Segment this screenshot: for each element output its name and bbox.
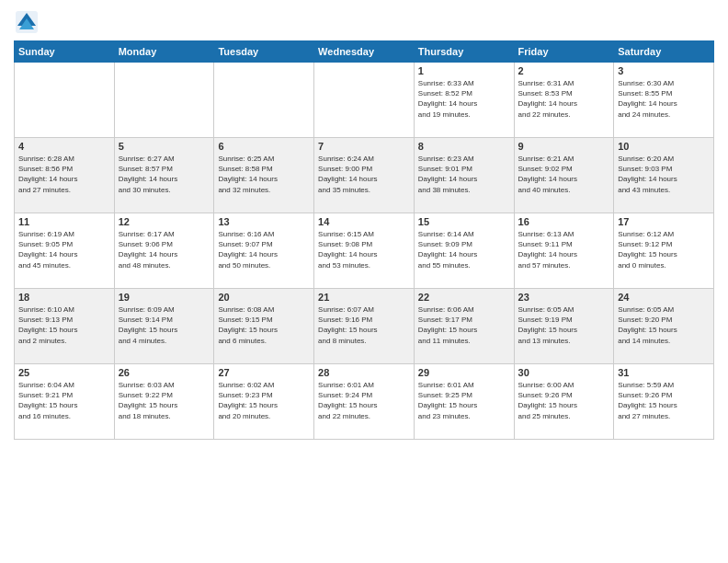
day-number: 2 bbox=[518, 65, 610, 76]
day-number: 29 bbox=[418, 367, 510, 378]
day-number: 4 bbox=[18, 141, 110, 152]
calendar-cell bbox=[214, 63, 314, 138]
day-info: Sunrise: 6:15 AM Sunset: 9:08 PM Dayligh… bbox=[318, 229, 410, 270]
calendar-cell: 19Sunrise: 6:09 AM Sunset: 9:14 PM Dayli… bbox=[114, 289, 214, 364]
day-number: 7 bbox=[318, 141, 410, 152]
day-info: Sunrise: 6:33 AM Sunset: 8:52 PM Dayligh… bbox=[418, 78, 510, 120]
page: SundayMondayTuesdayWednesdayThursdayFrid… bbox=[0, 0, 728, 563]
day-info: Sunrise: 5:59 AM Sunset: 9:26 PM Dayligh… bbox=[618, 380, 710, 421]
day-number: 3 bbox=[618, 65, 710, 76]
calendar-cell: 1Sunrise: 6:33 AM Sunset: 8:52 PM Daylig… bbox=[414, 63, 514, 138]
day-info: Sunrise: 6:27 AM Sunset: 8:57 PM Dayligh… bbox=[119, 154, 210, 195]
calendar-cell: 6Sunrise: 6:25 AM Sunset: 8:58 PM Daylig… bbox=[214, 138, 314, 213]
day-number: 15 bbox=[418, 216, 510, 227]
day-number: 12 bbox=[119, 216, 210, 227]
logo-icon bbox=[14, 9, 40, 35]
day-info: Sunrise: 6:31 AM Sunset: 8:53 PM Dayligh… bbox=[518, 78, 610, 120]
day-info: Sunrise: 6:05 AM Sunset: 9:19 PM Dayligh… bbox=[518, 304, 610, 346]
day-info: Sunrise: 6:07 AM Sunset: 9:16 PM Dayligh… bbox=[318, 304, 410, 346]
day-number: 11 bbox=[18, 216, 110, 227]
day-info: Sunrise: 6:12 AM Sunset: 9:12 PM Dayligh… bbox=[618, 229, 710, 270]
calendar-week-row: 1Sunrise: 6:33 AM Sunset: 8:52 PM Daylig… bbox=[15, 63, 714, 138]
day-info: Sunrise: 6:17 AM Sunset: 9:06 PM Dayligh… bbox=[119, 229, 210, 270]
day-number: 26 bbox=[119, 367, 210, 378]
day-info: Sunrise: 6:13 AM Sunset: 9:11 PM Dayligh… bbox=[518, 229, 610, 270]
calendar-cell: 10Sunrise: 6:20 AM Sunset: 9:03 PM Dayli… bbox=[614, 138, 714, 213]
calendar-cell: 2Sunrise: 6:31 AM Sunset: 8:53 PM Daylig… bbox=[514, 63, 614, 138]
day-number: 16 bbox=[518, 216, 610, 227]
day-number: 1 bbox=[418, 65, 510, 76]
calendar-cell bbox=[15, 63, 115, 138]
calendar-cell: 20Sunrise: 6:08 AM Sunset: 9:15 PM Dayli… bbox=[214, 289, 314, 364]
day-number: 14 bbox=[318, 216, 410, 227]
calendar-cell bbox=[314, 63, 415, 138]
calendar-cell: 15Sunrise: 6:14 AM Sunset: 9:09 PM Dayli… bbox=[414, 213, 514, 289]
calendar-cell: 5Sunrise: 6:27 AM Sunset: 8:57 PM Daylig… bbox=[114, 138, 214, 213]
weekday-header: Monday bbox=[114, 41, 214, 63]
day-number: 13 bbox=[218, 216, 310, 227]
day-number: 31 bbox=[618, 367, 710, 378]
day-number: 22 bbox=[418, 292, 510, 303]
calendar-cell: 24Sunrise: 6:05 AM Sunset: 9:20 PM Dayli… bbox=[614, 289, 714, 364]
day-info: Sunrise: 6:09 AM Sunset: 9:14 PM Dayligh… bbox=[119, 304, 210, 346]
day-number: 18 bbox=[18, 292, 110, 303]
day-info: Sunrise: 6:19 AM Sunset: 9:05 PM Dayligh… bbox=[18, 229, 110, 270]
calendar-cell: 27Sunrise: 6:02 AM Sunset: 9:23 PM Dayli… bbox=[214, 364, 314, 440]
day-number: 9 bbox=[518, 141, 610, 152]
day-number: 24 bbox=[618, 292, 710, 303]
day-info: Sunrise: 6:21 AM Sunset: 9:02 PM Dayligh… bbox=[518, 154, 610, 195]
calendar-cell: 22Sunrise: 6:06 AM Sunset: 9:17 PM Dayli… bbox=[414, 289, 514, 364]
header bbox=[14, 9, 714, 35]
calendar-table: SundayMondayTuesdayWednesdayThursdayFrid… bbox=[14, 40, 714, 440]
weekday-header: Thursday bbox=[414, 41, 514, 63]
day-number: 25 bbox=[18, 367, 110, 378]
day-number: 5 bbox=[119, 141, 210, 152]
logo bbox=[14, 9, 43, 35]
calendar-cell: 31Sunrise: 5:59 AM Sunset: 9:26 PM Dayli… bbox=[614, 364, 714, 440]
calendar-cell: 9Sunrise: 6:21 AM Sunset: 9:02 PM Daylig… bbox=[514, 138, 614, 213]
day-number: 27 bbox=[218, 367, 310, 378]
day-info: Sunrise: 6:16 AM Sunset: 9:07 PM Dayligh… bbox=[218, 229, 310, 270]
weekday-header: Tuesday bbox=[214, 41, 314, 63]
day-info: Sunrise: 6:10 AM Sunset: 9:13 PM Dayligh… bbox=[18, 304, 110, 346]
day-number: 19 bbox=[119, 292, 210, 303]
day-info: Sunrise: 6:28 AM Sunset: 8:56 PM Dayligh… bbox=[18, 154, 110, 195]
calendar-cell: 16Sunrise: 6:13 AM Sunset: 9:11 PM Dayli… bbox=[514, 213, 614, 289]
calendar-cell: 8Sunrise: 6:23 AM Sunset: 9:01 PM Daylig… bbox=[414, 138, 514, 213]
calendar-cell: 13Sunrise: 6:16 AM Sunset: 9:07 PM Dayli… bbox=[214, 213, 314, 289]
day-info: Sunrise: 6:01 AM Sunset: 9:25 PM Dayligh… bbox=[418, 380, 510, 421]
calendar-cell: 23Sunrise: 6:05 AM Sunset: 9:19 PM Dayli… bbox=[514, 289, 614, 364]
day-number: 8 bbox=[418, 141, 510, 152]
calendar-cell: 25Sunrise: 6:04 AM Sunset: 9:21 PM Dayli… bbox=[15, 364, 115, 440]
calendar-week-row: 18Sunrise: 6:10 AM Sunset: 9:13 PM Dayli… bbox=[15, 289, 714, 364]
day-info: Sunrise: 6:14 AM Sunset: 9:09 PM Dayligh… bbox=[418, 229, 510, 270]
calendar-week-row: 4Sunrise: 6:28 AM Sunset: 8:56 PM Daylig… bbox=[15, 138, 714, 213]
calendar-week-row: 11Sunrise: 6:19 AM Sunset: 9:05 PM Dayli… bbox=[15, 213, 714, 289]
calendar-cell: 29Sunrise: 6:01 AM Sunset: 9:25 PM Dayli… bbox=[414, 364, 514, 440]
day-number: 10 bbox=[618, 141, 710, 152]
day-info: Sunrise: 6:20 AM Sunset: 9:03 PM Dayligh… bbox=[618, 154, 710, 195]
day-number: 30 bbox=[518, 367, 610, 378]
day-number: 17 bbox=[618, 216, 710, 227]
calendar-cell: 17Sunrise: 6:12 AM Sunset: 9:12 PM Dayli… bbox=[614, 213, 714, 289]
day-number: 28 bbox=[318, 367, 410, 378]
weekday-header: Saturday bbox=[614, 41, 714, 63]
day-info: Sunrise: 6:06 AM Sunset: 9:17 PM Dayligh… bbox=[418, 304, 510, 346]
day-info: Sunrise: 6:00 AM Sunset: 9:26 PM Dayligh… bbox=[518, 380, 610, 421]
calendar-cell: 26Sunrise: 6:03 AM Sunset: 9:22 PM Dayli… bbox=[114, 364, 214, 440]
calendar-cell: 7Sunrise: 6:24 AM Sunset: 9:00 PM Daylig… bbox=[314, 138, 415, 213]
weekday-header: Sunday bbox=[15, 41, 115, 63]
day-number: 21 bbox=[318, 292, 410, 303]
calendar-cell: 3Sunrise: 6:30 AM Sunset: 8:55 PM Daylig… bbox=[614, 63, 714, 138]
weekday-header: Wednesday bbox=[314, 41, 415, 63]
calendar-cell: 4Sunrise: 6:28 AM Sunset: 8:56 PM Daylig… bbox=[15, 138, 115, 213]
day-info: Sunrise: 6:23 AM Sunset: 9:01 PM Dayligh… bbox=[418, 154, 510, 195]
day-number: 23 bbox=[518, 292, 610, 303]
calendar-cell: 12Sunrise: 6:17 AM Sunset: 9:06 PM Dayli… bbox=[114, 213, 214, 289]
day-info: Sunrise: 6:08 AM Sunset: 9:15 PM Dayligh… bbox=[218, 304, 310, 346]
weekday-header: Friday bbox=[514, 41, 614, 63]
day-info: Sunrise: 6:02 AM Sunset: 9:23 PM Dayligh… bbox=[218, 380, 310, 421]
calendar-cell: 11Sunrise: 6:19 AM Sunset: 9:05 PM Dayli… bbox=[15, 213, 115, 289]
calendar-cell: 14Sunrise: 6:15 AM Sunset: 9:08 PM Dayli… bbox=[314, 213, 415, 289]
calendar-cell bbox=[114, 63, 214, 138]
